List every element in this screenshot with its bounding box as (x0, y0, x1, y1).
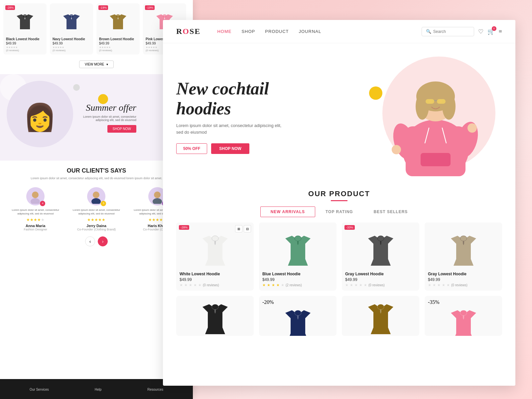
hero-off-button[interactable]: 50% OFF (176, 143, 207, 154)
search-input[interactable] (433, 29, 470, 34)
discount-badge: -35% (428, 299, 440, 305)
star-icon: ★ (189, 283, 192, 287)
svg-point-4 (32, 192, 39, 198)
testimonial-card: 4 Lorem ipsum dolor sit amet, consectetu… (7, 187, 64, 231)
svg-point-8 (154, 192, 161, 198)
carousel-prev-button[interactable]: ‹ (85, 236, 95, 246)
product-price: $49.99 (6, 42, 44, 45)
card-actions: ⊞ ⊟ (235, 225, 251, 232)
tab-top-rating[interactable]: TOP RATING (315, 206, 363, 217)
footer-column-title: Our Services (30, 388, 49, 391)
hero-description: Lorem ipsum dolor sit amet, consectetur … (176, 122, 283, 135)
products-grid: -28% ⊞ ⊟ White Lowest Hoodie $49.99 ★★★★… (176, 222, 502, 291)
nav-link-home[interactable]: HOME (217, 29, 231, 34)
product-rating: ★★★★★ (0 reviews) (428, 283, 499, 287)
product-name: Blue Lowest Hoodie (262, 272, 333, 276)
search-icon: 🔍 (426, 29, 431, 34)
svg-point-6 (93, 192, 99, 198)
product-price: $49.99 (53, 42, 90, 45)
yellow-dot-summer (98, 94, 108, 104)
star-icon: ★ (41, 217, 45, 222)
product-image (262, 226, 333, 269)
nav-link-journal[interactable]: JOURNAL (299, 29, 322, 34)
star-icon: ★ (364, 283, 367, 287)
star-icon: ★ (359, 283, 362, 287)
search-box: 🔍 (422, 27, 474, 36)
star-icon: ★ (87, 217, 91, 222)
product-card-partial (342, 296, 419, 336)
products-section: OUR PRODUCT NEW ARRIVALSTOP RATINGBEST S… (163, 183, 515, 342)
svg-rect-17 (426, 99, 434, 104)
product-card: -28% ⊞ ⊟ White Lowest Hoodie $49.99 ★★★★… (176, 222, 254, 291)
view-more-button[interactable]: VIEW MORE ▾ (79, 61, 114, 68)
product-stars: ★★★★★ (53, 46, 90, 49)
small-circle-deco (73, 84, 80, 91)
testimonial-card: 5 Lorem ipsum dolor sit amet, consectetu… (67, 187, 125, 231)
star-icon: ★ (350, 283, 353, 287)
star-icon: ★ (194, 283, 197, 287)
wishlist-icon-button[interactable]: ♡ (478, 28, 483, 35)
product-reviews: (0 reviews) (451, 283, 467, 287)
svg-point-28 (212, 236, 218, 241)
back-product-card: -19% Brown Lowest Hoodie $49.99 ★★★★★ (0… (96, 3, 140, 55)
star-icon: ★ (433, 283, 436, 287)
clients-title: OUR CLIENT'S SAYS (7, 167, 186, 174)
testimonial-name: Jerry Daina (67, 224, 125, 228)
summer-text: Summer offer Lorem ipsum dolor sit amet,… (70, 102, 136, 133)
nav-link-product[interactable]: PRODUCT (265, 29, 289, 34)
hero-model-image (379, 53, 492, 176)
hero-image-area (362, 53, 502, 180)
summer-description: Lorem ipsum dolor sit amet, consectetur … (70, 115, 136, 122)
testimonial-role: Co-Founder (Clothing Brand) (67, 228, 125, 231)
testimonial-stars: ★★★★★ (7, 217, 64, 222)
star-icon: ★ (37, 217, 41, 222)
hoodie-image (99, 6, 137, 36)
hero-title: New cochtail hoodies (176, 79, 362, 119)
star-icon: ★ (34, 217, 37, 222)
star-icon: ★ (437, 283, 441, 287)
product-price: $49.99 (180, 277, 250, 282)
star-icon: ★ (447, 283, 450, 287)
star-icon: ★ (198, 283, 201, 287)
carousel-next-button[interactable]: › (98, 236, 108, 246)
product-price: $49.99 (99, 42, 137, 45)
testimonial-stars: ★★★★★ (67, 217, 125, 222)
carousel-controls: ‹ › (7, 236, 186, 246)
testimonial-avatar: 5 (87, 187, 105, 205)
product-tabs: NEW ARRIVALSTOP RATINGBEST SELLERS (176, 206, 502, 217)
menu-icon-button[interactable]: ≡ (499, 28, 502, 35)
cart-badge: 0 (492, 26, 496, 31)
product-rating: ★★★★★ (0 reviews) (345, 283, 416, 287)
star-icon: ★ (281, 283, 284, 287)
testimonial-name: Anna Maria (7, 224, 64, 228)
svg-point-30 (377, 236, 384, 241)
cart-icon-button[interactable]: 🛒 0 (487, 28, 495, 35)
product-image (428, 226, 499, 269)
nav-right: 🔍 ♡ 🛒 0 ≡ (422, 27, 502, 36)
hero-text: New cochtail hoodies Lorem ipsum dolor s… (176, 79, 362, 154)
summer-shop-now-button[interactable]: SHOP NOW (107, 125, 136, 133)
tab-best-sellers[interactable]: BEST SELLERS (363, 206, 418, 217)
star-icon: ★ (184, 283, 188, 287)
svg-point-26 (467, 123, 477, 133)
product-price: $49.99 (345, 277, 416, 282)
back-product-card: -28% Black Lowest Hoodie $49.99 ★★★★★ (0… (3, 3, 47, 55)
hero-yellow-dot (369, 86, 382, 100)
card-grid-view-button[interactable]: ⊞ (235, 225, 242, 232)
star-icon: ★ (267, 283, 270, 287)
footer-column: Help (95, 386, 102, 392)
product-card-partial: -35% (425, 296, 502, 336)
product-card: Gray Lowest Hoodie $49.99 ★★★★★ (0 revie… (425, 222, 502, 291)
summer-model-circle: 👩 (7, 81, 73, 147)
partial-hoodie-image (180, 299, 250, 332)
star-icon: ★ (354, 283, 358, 287)
testimonial-text: Lorem ipsum dolor sit amet, consectetur … (67, 208, 125, 215)
product-stars: ★★★★★ (6, 46, 44, 49)
discount-badge: -20% (262, 299, 274, 305)
tab-new-arrivals[interactable]: NEW ARRIVALS (260, 206, 315, 217)
hero-shop-button[interactable]: SHOP NOW (211, 143, 249, 154)
discount-badge: -19% (145, 5, 155, 10)
card-list-view-button[interactable]: ⊟ (244, 225, 251, 232)
svg-point-9 (153, 198, 162, 204)
nav-link-shop[interactable]: SHOP (241, 29, 255, 34)
